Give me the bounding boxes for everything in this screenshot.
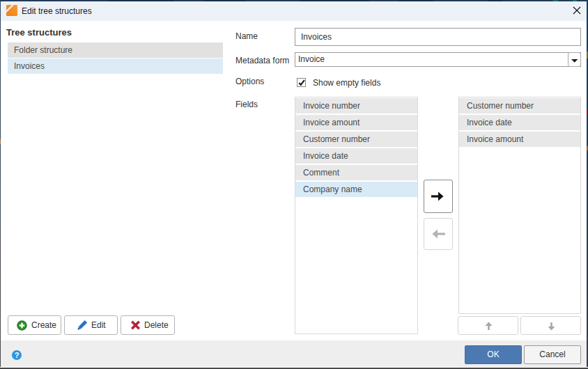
svg-text:?: ?: [15, 351, 20, 359]
